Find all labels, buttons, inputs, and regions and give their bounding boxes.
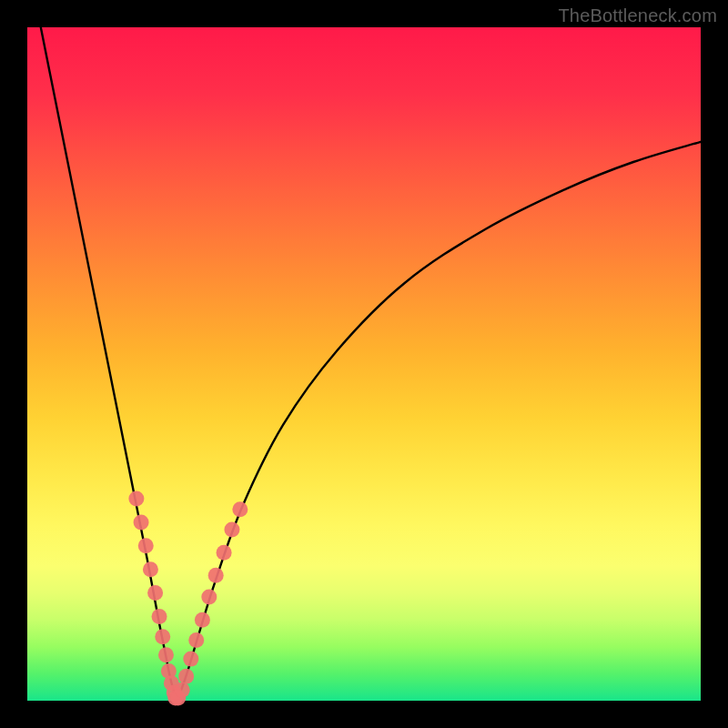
highlight-dot <box>158 647 174 662</box>
bottleneck-curve <box>41 27 701 701</box>
highlight-dot <box>232 501 248 517</box>
highlight-dot <box>224 522 239 538</box>
highlight-dot <box>208 568 224 583</box>
highlight-dot <box>134 514 149 530</box>
highlight-dot <box>175 682 190 698</box>
highlight-dot <box>147 585 163 601</box>
highlight-dot <box>183 652 198 667</box>
highlight-dot <box>201 590 217 605</box>
highlight-dot <box>155 629 170 644</box>
highlight-dot <box>152 609 167 624</box>
plot-svg <box>0 0 728 728</box>
highlight-dot <box>195 612 210 628</box>
highlight-dot <box>143 561 158 577</box>
highlight-dot <box>138 538 154 553</box>
highlight-dot <box>217 545 232 561</box>
curve-group <box>41 27 701 701</box>
highlight-dot <box>178 669 194 684</box>
highlight-dot <box>128 491 144 507</box>
highlight-dot <box>188 632 204 648</box>
highlight-dots-group <box>128 491 248 706</box>
